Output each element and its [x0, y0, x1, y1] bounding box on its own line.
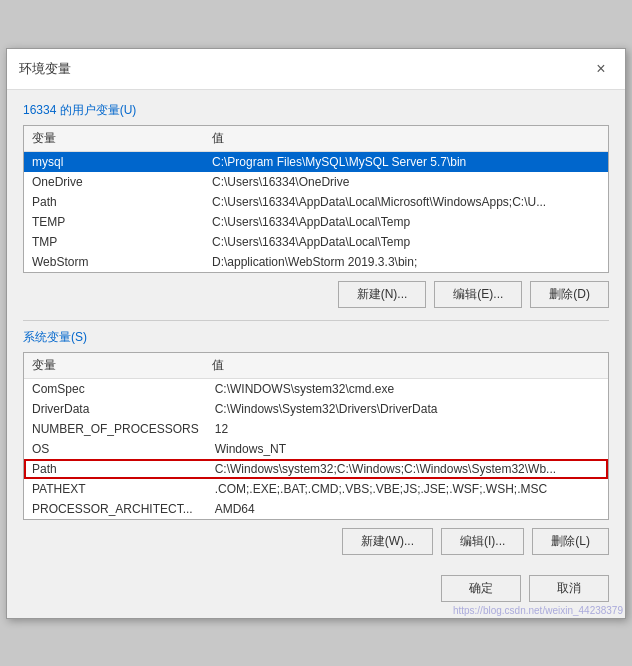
system-row-val: C:\Windows\system32;C:\Windows;C:\Window… — [207, 459, 608, 479]
system-col-var: 变量 — [24, 353, 204, 379]
user-row-var: Path — [24, 192, 204, 212]
user-row-val: C:\Users\16334\AppData\Local\Microsoft\W… — [204, 192, 608, 212]
system-edit-button[interactable]: 编辑(I)... — [441, 528, 524, 555]
user-edit-button[interactable]: 编辑(E)... — [434, 281, 522, 308]
system-row-val: C:\WINDOWS\system32\cmd.exe — [207, 379, 608, 399]
user-table-row[interactable]: TEMPC:\Users\16334\AppData\Local\Temp — [24, 212, 608, 232]
user-col-val: 值 — [204, 126, 608, 152]
user-table-row[interactable]: mysqlC:\Program Files\MySQL\MySQL Server… — [24, 152, 608, 172]
system-table-row[interactable]: PathC:\Windows\system32;C:\Windows;C:\Wi… — [24, 459, 608, 479]
cancel-button[interactable]: 取消 — [529, 575, 609, 602]
user-table-header: 变量 值 — [24, 126, 608, 152]
close-button[interactable]: × — [589, 57, 613, 81]
user-col-var: 变量 — [24, 126, 204, 152]
user-table-row[interactable]: TMPC:\Users\16334\AppData\Local\Temp — [24, 232, 608, 252]
system-table-scroll[interactable]: ComSpecC:\WINDOWS\system32\cmd.exeDriver… — [24, 379, 608, 519]
user-table-body: mysqlC:\Program Files\MySQL\MySQL Server… — [24, 152, 608, 272]
system-row-val: AMD64 — [207, 499, 608, 519]
system-table-row[interactable]: DriverDataC:\Windows\System32\Drivers\Dr… — [24, 399, 608, 419]
user-row-val: C:\Users\16334\AppData\Local\Temp — [204, 212, 608, 232]
system-row-val: C:\Windows\System32\Drivers\DriverData — [207, 399, 608, 419]
footer-button-row: 确定 取消 — [23, 567, 609, 606]
watermark: https://blog.csdn.net/weixin_44238379 — [451, 603, 625, 618]
user-row-val: C:\Program Files\MySQL\MySQL Server 5.7\… — [204, 152, 608, 172]
system-table-body: ComSpecC:\WINDOWS\system32\cmd.exeDriver… — [24, 379, 608, 519]
user-variables-table-container: 变量 值 mysqlC:\Program Files\MySQL\MySQL S… — [23, 125, 609, 273]
user-row-val: C:\Users\16334\OneDrive — [204, 172, 608, 192]
dialog-title: 环境变量 — [19, 60, 71, 78]
title-bar: 环境变量 × — [7, 49, 625, 90]
system-variables-section: 系统变量(S) 变量 值 — [23, 329, 609, 555]
system-row-var: ComSpec — [24, 379, 207, 399]
system-row-var: OS — [24, 439, 207, 459]
system-row-var: PATHEXT — [24, 479, 207, 499]
user-row-val: D:\application\WebStorm 2019.3.3\bin; — [204, 252, 608, 272]
system-new-button[interactable]: 新建(W)... — [342, 528, 433, 555]
system-row-val: 12 — [207, 419, 608, 439]
user-row-var: TMP — [24, 232, 204, 252]
system-variables-data-table: ComSpecC:\WINDOWS\system32\cmd.exeDriver… — [24, 379, 608, 519]
system-table-row[interactable]: ComSpecC:\WINDOWS\system32\cmd.exe — [24, 379, 608, 399]
user-row-var: mysql — [24, 152, 204, 172]
user-row-var: WebStorm — [24, 252, 204, 272]
user-delete-button[interactable]: 删除(D) — [530, 281, 609, 308]
system-variables-table-container: 变量 值 ComSpecC:\WINDOWS\system32\cmd.exeD… — [23, 352, 609, 520]
system-row-var: NUMBER_OF_PROCESSORS — [24, 419, 207, 439]
system-table-row[interactable]: PROCESSOR_ARCHITECT...AMD64 — [24, 499, 608, 519]
system-delete-button[interactable]: 删除(L) — [532, 528, 609, 555]
system-table-row[interactable]: NUMBER_OF_PROCESSORS12 — [24, 419, 608, 439]
user-table-row[interactable]: PathC:\Users\16334\AppData\Local\Microso… — [24, 192, 608, 212]
system-table-row[interactable]: OSWindows_NT — [24, 439, 608, 459]
system-table-header: 变量 值 — [24, 353, 608, 379]
user-variables-section: 16334 的用户变量(U) 变量 值 — [23, 102, 609, 308]
user-button-row: 新建(N)... 编辑(E)... 删除(D) — [23, 281, 609, 308]
user-section-label: 16334 的用户变量(U) — [23, 102, 609, 119]
section-divider — [23, 320, 609, 321]
system-section-label: 系统变量(S) — [23, 329, 609, 346]
user-table-scroll[interactable]: mysqlC:\Program Files\MySQL\MySQL Server… — [24, 152, 608, 272]
user-variables-data-table: mysqlC:\Program Files\MySQL\MySQL Server… — [24, 152, 608, 272]
user-row-var: OneDrive — [24, 172, 204, 192]
system-button-row: 新建(W)... 编辑(I)... 删除(L) — [23, 528, 609, 555]
system-row-var: Path — [24, 459, 207, 479]
user-variables-table: 变量 值 — [24, 126, 608, 152]
user-table-row[interactable]: WebStormD:\application\WebStorm 2019.3.3… — [24, 252, 608, 272]
environment-variables-dialog: 环境变量 × 16334 的用户变量(U) 变量 值 — [6, 48, 626, 619]
system-row-var: PROCESSOR_ARCHITECT... — [24, 499, 207, 519]
system-table-row[interactable]: PATHEXT.COM;.EXE;.BAT;.CMD;.VBS;.VBE;JS;… — [24, 479, 608, 499]
user-row-var: TEMP — [24, 212, 204, 232]
system-row-val: .COM;.EXE;.BAT;.CMD;.VBS;.VBE;JS;.JSE;.W… — [207, 479, 608, 499]
system-col-val: 值 — [204, 353, 608, 379]
ok-button[interactable]: 确定 — [441, 575, 521, 602]
system-row-val: Windows_NT — [207, 439, 608, 459]
user-table-row[interactable]: OneDriveC:\Users\16334\OneDrive — [24, 172, 608, 192]
system-variables-header-table: 变量 值 — [24, 353, 608, 379]
user-row-val: C:\Users\16334\AppData\Local\Temp — [204, 232, 608, 252]
system-row-var: DriverData — [24, 399, 207, 419]
dialog-body: 16334 的用户变量(U) 变量 值 — [7, 90, 625, 618]
user-new-button[interactable]: 新建(N)... — [338, 281, 427, 308]
